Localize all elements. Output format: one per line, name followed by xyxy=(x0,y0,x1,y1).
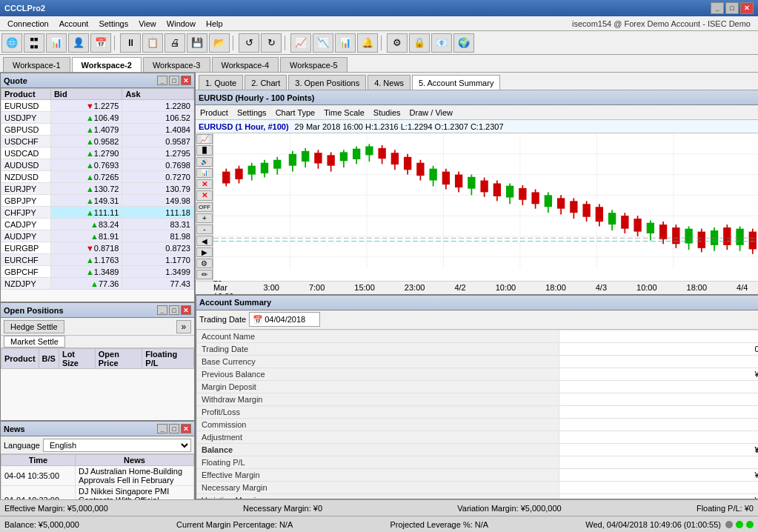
expand-btn[interactable]: » xyxy=(176,320,191,333)
quote-row[interactable]: NZDJPY ▲77.36 77.43 xyxy=(1,278,194,290)
menu-window[interactable]: Window xyxy=(162,19,200,29)
menu-help[interactable]: Help xyxy=(202,19,227,29)
quote-row[interactable]: CADJPY ▲83.24 83.31 xyxy=(1,219,194,230)
menu-settings[interactable]: Settings xyxy=(94,19,133,29)
toolbar-btn-6[interactable]: ⏸ xyxy=(120,33,141,53)
chart-menu-drawview[interactable]: Draw / View xyxy=(408,108,454,117)
news-maximize-btn[interactable]: □ xyxy=(169,424,179,433)
workspace-tab-3[interactable]: Workspace-3 xyxy=(143,57,210,72)
quote-row[interactable]: GBPJPY ▲149.31 149.98 xyxy=(1,195,194,207)
pos-col-bs: B/S xyxy=(39,349,59,369)
quote-ask: 0.8723 xyxy=(122,242,194,254)
pos-close-btn[interactable]: ✕ xyxy=(181,305,191,315)
menu-view[interactable]: View xyxy=(134,19,161,29)
calendar-icon[interactable]: 📅 xyxy=(253,315,263,325)
chart-btn-scroll-r[interactable]: ▶ xyxy=(196,247,213,257)
pos-maximize-btn[interactable]: □ xyxy=(169,305,179,315)
view-tab-account[interactable]: 5. Account Summary xyxy=(412,75,501,90)
chart-btn-line[interactable]: 📈 xyxy=(196,134,213,144)
quote-row[interactable]: USDJPY ▲106.49 106.52 xyxy=(1,112,194,124)
chart-btn-zoom-out[interactable]: - xyxy=(196,225,213,234)
toolbar-btn-9[interactable]: 💾 xyxy=(187,33,207,53)
quote-ask: 111.18 xyxy=(122,207,194,219)
toolbar-btn-20[interactable]: 🌍 xyxy=(453,33,474,53)
toolbar-btn-11[interactable]: ↺ xyxy=(239,33,259,53)
quote-close-btn[interactable]: ✕ xyxy=(181,76,191,85)
chart-btn-x2[interactable]: ✕ xyxy=(196,190,213,200)
right-column: 1. Quote 2. Chart 3. Open Positions 4. N… xyxy=(196,73,758,499)
quote-row[interactable]: AUDJPY ▲81.91 81.98 xyxy=(1,230,194,242)
close-button[interactable]: ✕ xyxy=(740,2,754,14)
chart-btn-scroll-l[interactable]: ◀ xyxy=(196,236,213,245)
quote-row[interactable]: EURGBP ▼0.8718 0.8723 xyxy=(1,242,194,254)
chart-btn-draw[interactable]: ✏ xyxy=(196,270,213,279)
chart-menu-timescale[interactable]: Time Scale xyxy=(322,108,366,117)
quote-row[interactable]: GBPCHF ▲1.3489 1.3499 xyxy=(1,266,194,278)
news-language-select[interactable]: English xyxy=(43,439,191,452)
chart-menu-type[interactable]: Chart Type xyxy=(274,108,317,117)
chart-btn-settings[interactable]: ⚙ xyxy=(196,259,213,268)
view-tab-positions[interactable]: 3. Open Positions xyxy=(288,75,366,90)
view-tab-news[interactable]: 4. News xyxy=(368,75,410,90)
quote-scroll[interactable]: Product Bid Ask EURUSD ▼1.2275 1.2280 US… xyxy=(1,88,194,302)
pos-minimize-btn[interactable]: _ xyxy=(157,305,167,315)
acct-label: Effective Margin xyxy=(196,468,559,481)
quote-row[interactable]: NZDUSD ▲0.7265 0.7270 xyxy=(1,171,194,183)
toolbar-btn-19[interactable]: 📧 xyxy=(431,33,452,53)
toolbar-btn-14[interactable]: 📉 xyxy=(313,33,333,53)
date-input[interactable] xyxy=(265,315,316,324)
status-dot-3 xyxy=(746,521,754,528)
toolbar-btn-17[interactable]: ⚙ xyxy=(387,33,408,53)
quote-minimize-btn[interactable]: _ xyxy=(157,76,167,85)
toolbar-btn-8[interactable]: 🖨 xyxy=(164,33,185,53)
chart-btn-vol[interactable]: 🔊 xyxy=(196,157,213,167)
toolbar-btn-15[interactable]: 📊 xyxy=(335,33,356,53)
toolbar-btn-13[interactable]: 📈 xyxy=(290,33,311,53)
chart-btn-bar[interactable]: ▐▌ xyxy=(196,145,213,155)
hedge-settle-btn[interactable]: Hedge Settle xyxy=(4,320,64,333)
quote-row[interactable]: AUDUSD ▲0.7693 0.7698 xyxy=(1,159,194,171)
toolbar-btn-18[interactable]: 🔒 xyxy=(409,33,430,53)
maximize-button[interactable]: □ xyxy=(725,2,739,14)
chart-btn-zoom-in[interactable]: + xyxy=(196,213,213,223)
toolbar-btn-5[interactable]: 📅 xyxy=(90,33,111,53)
quote-maximize-btn[interactable]: □ xyxy=(169,76,179,85)
quote-row[interactable]: GBPUSD ▲1.4079 1.4084 xyxy=(1,124,194,136)
toolbar-btn-3[interactable]: 📊 xyxy=(46,33,67,53)
toolbar-btn-4[interactable]: 👤 xyxy=(68,33,89,53)
minimize-button[interactable]: _ xyxy=(711,2,724,14)
news-row[interactable]: 04-04 10:33:00 DJ Nikkei Singapore PMI C… xyxy=(1,486,194,500)
chart-btn-cross[interactable]: ✕ xyxy=(196,179,213,189)
view-tab-quote[interactable]: 1. Quote xyxy=(199,75,243,90)
workspace-tab-5[interactable]: Workspace-5 xyxy=(280,57,348,72)
chart-menu-settings[interactable]: Settings xyxy=(236,108,268,117)
acct-row: Balance ¥5,000,000 xyxy=(196,443,758,456)
workspace-tab-2[interactable]: Workspace-2 xyxy=(72,57,142,72)
news-close-btn[interactable]: ✕ xyxy=(181,424,191,433)
acct-scroll[interactable]: Account Name Trading Date 04/04/2018 Bas… xyxy=(196,330,758,499)
toolbar-btn-2[interactable]: ■■■■ xyxy=(24,33,44,53)
quote-row[interactable]: USDCAD ▲1.2790 1.2795 xyxy=(1,147,194,159)
toolbar-btn-7[interactable]: 📋 xyxy=(142,33,163,53)
chart-menu-studies[interactable]: Studies xyxy=(372,108,402,117)
toolbar-btn-1[interactable]: 🌐 xyxy=(1,33,22,53)
quote-row[interactable]: USDCHF ▲0.9582 0.9587 xyxy=(1,136,194,147)
menu-connection[interactable]: Connection xyxy=(3,19,53,29)
toolbar-btn-16[interactable]: 🔔 xyxy=(357,33,378,53)
news-minimize-btn[interactable]: _ xyxy=(157,424,167,433)
news-row[interactable]: 04-04 10:35:00 DJ Australian Home-Buildi… xyxy=(1,466,194,486)
market-settle-tab[interactable]: Market Settle xyxy=(4,336,65,348)
menu-account[interactable]: Account xyxy=(55,19,93,29)
workspace-tab-1[interactable]: Workspace-1 xyxy=(3,57,70,72)
toolbar-btn-12[interactable]: ↻ xyxy=(261,33,282,53)
workspace-tab-4[interactable]: Workspace-4 xyxy=(212,57,279,72)
quote-row[interactable]: EURCHF ▲1.1763 1.1770 xyxy=(1,254,194,266)
chart-btn-2[interactable]: 📊 xyxy=(196,168,213,178)
chart-menu-product[interactable]: Product xyxy=(199,108,230,117)
quote-row[interactable]: CHFJPY ▲111.11 111.18 xyxy=(1,207,194,219)
chart-btn-off[interactable]: OFF xyxy=(196,202,213,212)
quote-row[interactable]: EURJPY ▲130.72 130.79 xyxy=(1,183,194,195)
view-tab-chart[interactable]: 2. Chart xyxy=(245,75,287,90)
quote-row[interactable]: EURUSD ▼1.2275 1.2280 xyxy=(1,100,194,112)
toolbar-btn-10[interactable]: 📂 xyxy=(209,33,230,53)
